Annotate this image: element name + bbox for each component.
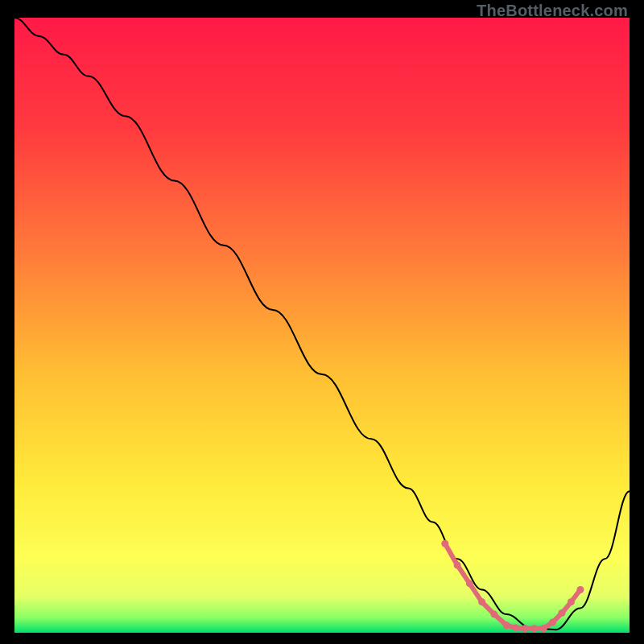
chart-svg [14,18,630,633]
sweet-spot-dot [530,625,538,632]
sweet-spot-dot [441,540,448,547]
sweet-spot-dot [540,625,547,632]
gradient-background [14,18,630,633]
sweet-spot-dot [576,586,584,593]
sweet-spot-dot [454,561,461,568]
sweet-spot-dot [490,611,497,618]
sweet-spot-dot [478,598,485,605]
sweet-spot-dot [568,598,575,605]
sweet-spot-dot [512,624,519,631]
sweet-spot-dot [522,625,529,632]
sweet-spot-dot [503,621,510,629]
sweet-spot-dot [549,619,556,626]
sweet-spot-dot [466,580,473,587]
chart-plot-area [14,18,630,633]
sweet-spot-dot [558,609,565,617]
